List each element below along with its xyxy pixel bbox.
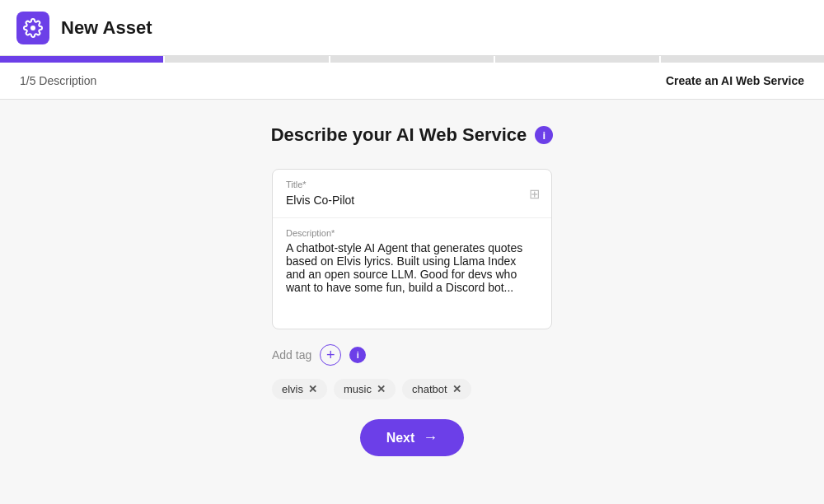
- gear-icon: [23, 18, 43, 38]
- tag-chip-label: elvis: [282, 383, 303, 395]
- progress-segment-5: [661, 56, 824, 63]
- tag-row: Add tag + i: [272, 344, 552, 366]
- tag-info-icon[interactable]: i: [349, 347, 366, 363]
- form-heading: Describe your AI Web Service i: [271, 124, 554, 146]
- description-label: Description*: [286, 228, 538, 238]
- form-card: Title* ⊞ Description* A chatbot-style AI…: [272, 169, 552, 329]
- tag-remove-chatbot[interactable]: ✕: [452, 384, 461, 394]
- header: New Asset: [0, 0, 824, 56]
- progress-segment-2: [165, 56, 328, 63]
- logo: [16, 12, 49, 44]
- add-tag-label: Add tag: [272, 348, 311, 362]
- form-heading-text: Describe your AI Web Service: [271, 124, 527, 146]
- main-content: Describe your AI Web Service i Title* ⊞ …: [0, 100, 824, 504]
- step-title: Create an AI Web Service: [666, 74, 804, 87]
- title-field-group: Title* ⊞: [273, 170, 551, 217]
- next-button[interactable]: Next →: [360, 419, 465, 456]
- description-field-group: Description* A chatbot-style AI Agent th…: [273, 217, 551, 329]
- next-arrow-icon: →: [423, 429, 438, 446]
- step-label: 1/5 Description: [20, 74, 96, 87]
- tags-chips-row: elvis ✕ music ✕ chatbot ✕: [272, 379, 552, 399]
- page-title: New Asset: [61, 17, 152, 39]
- tag-chip-label: chatbot: [412, 383, 447, 395]
- title-input[interactable]: [286, 194, 538, 207]
- tag-chip-elvis: elvis ✕: [272, 379, 327, 399]
- tag-chip-label: music: [344, 383, 372, 395]
- progress-segment-1: [0, 56, 163, 63]
- next-label: Next: [386, 431, 415, 446]
- title-label: Title*: [286, 180, 538, 189]
- tag-chip-chatbot: chatbot ✕: [402, 379, 471, 399]
- heading-info-icon[interactable]: i: [535, 126, 553, 144]
- title-field-icon: ⊞: [529, 186, 540, 202]
- tag-remove-elvis[interactable]: ✕: [308, 384, 317, 394]
- progress-bar: [0, 56, 824, 63]
- add-tag-button[interactable]: +: [320, 344, 341, 366]
- tag-chip-music: music ✕: [334, 379, 396, 399]
- progress-segment-4: [495, 56, 658, 63]
- svg-point-0: [30, 26, 35, 30]
- step-row: 1/5 Description Create an AI Web Service: [0, 63, 824, 100]
- progress-segment-3: [330, 56, 494, 63]
- description-input[interactable]: A chatbot-style AI Agent that generates …: [286, 241, 538, 315]
- tag-remove-music[interactable]: ✕: [377, 384, 386, 394]
